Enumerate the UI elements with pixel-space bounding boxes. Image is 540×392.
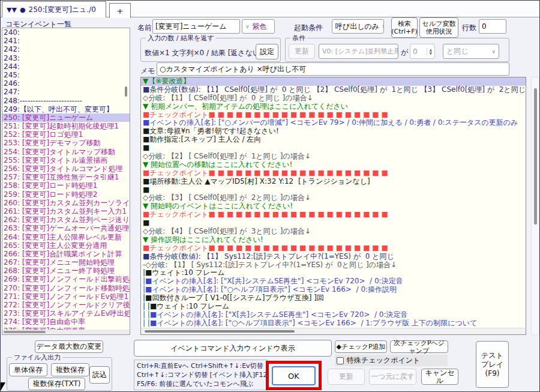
event-command-line[interactable]: ■チェックポイント■ ■ ■ ■ ■ ■ ■ ■ ■ ■ ■ ■ ■ ■ ■ ■… xyxy=(141,244,526,253)
list-item[interactable]: 266: [変更可]合計職業ポイント計算 xyxy=(2,250,130,258)
list-item[interactable]: 240: xyxy=(2,28,130,37)
event-command-line[interactable]: ■ xyxy=(141,144,526,152)
list-item[interactable]: 245: xyxy=(2,71,130,79)
event-command-line[interactable]: ■チェックポイント■ ■ ■ ■ ■ ■ ■ ■ ■ ■ ■ ■ ■ ■ ■ ■… xyxy=(141,111,526,119)
list-vertical-scrollbar-thumb[interactable] xyxy=(125,86,127,97)
event-command-line[interactable]: ■条件分岐(数値): 【1】 CSelf0[処理] が 0 と同じ 【2】 CS… xyxy=(141,86,526,94)
jump-next-checkpoint-button[interactable]: 次チェックPへジャンプ xyxy=(390,340,448,353)
condition-variable-select[interactable]: V0: [システム]並列禁止用 ∨ xyxy=(319,44,398,59)
line-count-input[interactable]: 0 xyxy=(479,19,506,34)
event-command-line[interactable]: ■チェックポイント■ ■ ■ ■ ■ ■ ■ ■ ■ ■ ■ ■ ■ ■ ■ ■… xyxy=(141,169,526,178)
stepper-arrows-icon[interactable]: ▲▼ xyxy=(427,48,432,55)
list-item[interactable]: 246: xyxy=(2,79,130,88)
code-horizontal-scrollbar[interactable] xyxy=(141,328,526,334)
color-select[interactable]: ∨ 紫色 xyxy=(242,19,275,34)
event-command-line[interactable]: -◇分岐: 【1】 [ Sys112:[読]テストプレイ中?(1=YES) が … xyxy=(141,261,526,270)
list-item[interactable]: 258: [変更可]ロード時処理1 xyxy=(2,181,130,190)
testplay-button[interactable]: テスト プレイ (F9) xyxy=(476,341,509,388)
list-item[interactable]: 270: [変更可]ノンフィールド移動時処理1 xyxy=(2,284,130,292)
event-command-line[interactable]: ■チェックポイント■ ■ ■ ■ ■ ■ ■ ■ ■ ■ ■ ■ ■ ■ ■ ■… xyxy=(141,211,526,219)
event-command-line[interactable]: |■イベントの挿入[名]: ["○ヘルプ項目表示"] <コモンEv 166> /… xyxy=(141,286,526,294)
new-tab-button[interactable]: + xyxy=(109,3,131,18)
list-item[interactable]: 252: [変更可]ロゴ処理1 xyxy=(2,130,130,139)
event-command-line[interactable]: ■場所移動:主人公 ▲マップID5[村] X:32 Y:12 [トランジションな… xyxy=(141,178,526,186)
list-item[interactable]: 241: xyxy=(2,37,130,45)
list-item[interactable]: 249:【以下、呼出不可、変更可】 xyxy=(2,105,130,113)
trigger-select[interactable]: 呼び出しのみ ∨ xyxy=(332,19,384,34)
list-item[interactable]: 271: [変更可]ノンフィールドEv処理1 xyxy=(2,292,130,301)
list-item[interactable]: 260: [変更可]カスタム並列カーソライザ1 xyxy=(2,199,130,207)
list-item[interactable]: 265: [変更可]主人公変更分適用 xyxy=(2,241,130,250)
event-command-line[interactable]: ■文章:母親¥n「勇者!朝です!起きなさい! xyxy=(141,127,526,136)
event-command-line[interactable]: | |■イベントの挿入[名]: ["X[共]システムSE再生"] <コモンEv … xyxy=(141,311,526,319)
event-command-list[interactable]: ▼【※要改造】■条件分岐(数値): 【1】 CSelf0[処理] が 0 と同じ… xyxy=(140,77,526,335)
list-item[interactable]: 242: xyxy=(2,45,130,53)
list-item[interactable]: 253: [変更可]デモマップ移動 xyxy=(2,139,130,147)
load-button[interactable]: 読込 xyxy=(89,366,110,384)
event-command-line[interactable]: ▼ 開始時のイベントはここに入れてください! xyxy=(141,202,526,211)
event-command-line[interactable]: |■回数付きループ [ V1-0[[システム]ブラウザ互換] ]回 xyxy=(141,294,526,303)
event-command-line[interactable]: ■条件分岐(数値): 【1】 Sys112:[読]テストプレイ中?(1=YES)… xyxy=(141,253,526,261)
code-vertical-scrollbar[interactable] xyxy=(531,77,539,335)
event-command-line[interactable]: ◇分岐: 【4】 [ CSelf0[処理] が 3と同じ ]の場合↓ xyxy=(141,228,526,236)
list-item[interactable]: 244: xyxy=(2,62,130,71)
list-item[interactable]: 256: [変更可]タイトルコマンド処理 xyxy=(2,164,130,173)
selfvar-usage-button[interactable]: セルフ変数 使用状況 xyxy=(419,17,458,38)
list-horizontal-scrollbar[interactable] xyxy=(2,330,130,334)
memo-input[interactable]: ○カスタマイズポイントあり ×呼び出し不可 xyxy=(157,62,509,76)
update-button[interactable]: 更新 xyxy=(328,369,365,385)
event-command-line[interactable]: | |■ウェイト:10 フレーム xyxy=(141,303,526,311)
max-data-count-button[interactable]: データ最大数の変更 xyxy=(35,340,103,353)
list-item[interactable]: 248:------------------------ xyxy=(2,97,130,105)
condition-value-stepper[interactable]: 0 ▲▼ xyxy=(410,44,435,59)
settings-button[interactable]: 設定 xyxy=(256,44,278,59)
name-input[interactable]: [変更可]ニューゲーム xyxy=(152,19,240,34)
event-command-line[interactable]: |■イベントの挿入[名]: ["X[共]システムSE再生"] <コモンEv 72… xyxy=(141,277,526,286)
event-command-line[interactable]: ▼ 操作説明はここに入れてください! xyxy=(141,236,526,244)
list-item[interactable]: 247: xyxy=(2,88,130,96)
event-command-line[interactable]: ▼【※要改造】 xyxy=(141,77,526,86)
list-item[interactable]: 254: [変更可]タイトルマップ移動 xyxy=(2,148,130,156)
list-item[interactable]: 267: [変更可]メニュー開始時処理 xyxy=(2,258,130,267)
multi-save-txt-button[interactable]: 複数保存(TXT) xyxy=(28,378,85,390)
event-command-line[interactable]: ■ xyxy=(141,219,526,228)
list-item[interactable]: 268: [変更可]メニュー終了時処理 xyxy=(2,267,130,275)
event-command-line[interactable]: ◇分岐: 【1】 [ CSelf0[処理] が 0 と同じ ]の場合↓ xyxy=(141,94,526,103)
list-item[interactable]: 269: [変更可]ノンフィールド出撃前処理1 xyxy=(2,275,130,283)
search-button[interactable]: 検索 (Ctrl+F) xyxy=(391,17,418,38)
list-item[interactable]: 259: [変更可]ロード時処理2 xyxy=(2,190,130,199)
common-event-list[interactable]: 240:241:242:243:244:245:246:247:248:----… xyxy=(2,28,130,335)
condition-comparison-select[interactable]: と同じ ∨ xyxy=(443,44,499,59)
condition-update-button[interactable]: 更新 xyxy=(289,44,315,59)
event-command-input-window-button[interactable]: イベントコマンド入力ウィンドウ表示 xyxy=(134,340,332,357)
multi-save-button[interactable]: 複数保存 xyxy=(51,363,89,376)
tab-current-event[interactable]: ▼▼ ● 250:[変更可]ニュ./0 xyxy=(2,1,106,17)
cancel-button[interactable]: キャンセル xyxy=(421,369,458,385)
list-item[interactable]: 272: [変更可]ノンフィールドクリア後処理1 xyxy=(2,301,130,309)
event-command-line[interactable]: ▼ 開始位置への移動はここに入れてください! xyxy=(141,161,526,169)
event-command-line[interactable]: ■イベントの挿入[名]: ["○メンバーの増減"] <コモンEv 79> / 0… xyxy=(141,119,526,127)
event-command-line[interactable]: ◇分岐: 【3】 [ CSelf0[処理] が 2と同じ ]の場合↓ xyxy=(141,194,526,202)
ok-button[interactable]: OK xyxy=(272,366,316,385)
event-command-line[interactable]: |■ウェイト:10 フレーム xyxy=(141,269,526,277)
list-item[interactable]: 243: xyxy=(2,54,130,62)
special-checkpoint-checkbox[interactable] xyxy=(337,357,344,364)
list-item[interactable]: 257: [変更可]互換性無データ引継1 xyxy=(2,173,130,181)
list-item[interactable]: 250: [変更可]ニューゲーム xyxy=(2,113,130,122)
list-item[interactable]: 264: [変更可]主人公限界レベル更新 xyxy=(2,233,130,241)
list-item[interactable]: 251: [変更可]起動時初期化後処理1 xyxy=(2,122,130,130)
list-item[interactable]: 261: [変更可]カスタム並列キー入力1 xyxy=(2,207,130,216)
add-checkpoint-button[interactable]: ◆チェックP追加 xyxy=(335,340,387,353)
event-command-line[interactable]: ■動作指定:[スキップ] 主人公 / 左向 xyxy=(141,136,526,144)
event-command-line[interactable]: | |■イベントの挿入[名]: ["○ヘルプ項目表示"] <コモンEv 166>… xyxy=(141,319,526,328)
list-item[interactable]: 263: [変更可]ゲームオーバー共通処理 xyxy=(2,224,130,232)
list-item[interactable]: 273: [変更可]スキルアイテムEv呼出処理1 xyxy=(2,309,130,318)
list-item[interactable]: 255: [変更可]タイトル遠景描画 xyxy=(2,156,130,164)
undo-button[interactable]: 一つ元に戻す xyxy=(369,369,416,385)
list-item[interactable]: 262: [変更可]カスタム並列ページ送り1 xyxy=(2,216,130,224)
event-command-line[interactable]: ▼ 初期メンバー、初期アイテムの処理はここに入れてください xyxy=(141,103,526,111)
event-command-line[interactable]: ◇分岐: 【2】 [ CSelf0[処理] が 1と同じ ]の場合↓ xyxy=(141,152,526,161)
list-item[interactable]: 274: [変更可]自由命中率 xyxy=(2,318,130,326)
event-command-line[interactable]: ■ xyxy=(141,186,526,194)
single-save-button[interactable]: 単体保存 xyxy=(9,363,47,376)
